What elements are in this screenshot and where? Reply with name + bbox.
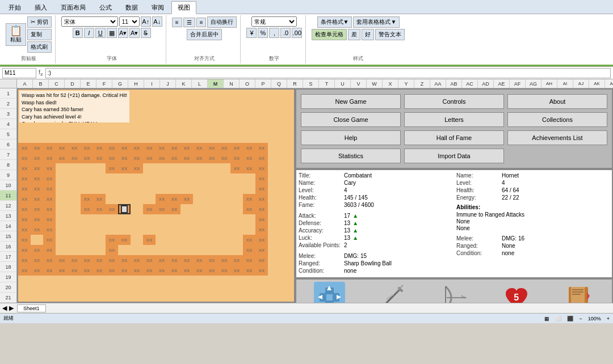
row-5[interactable]: 5 xyxy=(0,129,16,139)
increase-decimal-button[interactable]: .0 xyxy=(280,28,291,38)
statistics-button[interactable]: Statistics xyxy=(301,149,401,163)
col-K[interactable]: K xyxy=(176,79,192,88)
row-14[interactable]: 14 xyxy=(0,221,16,231)
attack-up-icon[interactable]: ▲ xyxy=(352,213,358,219)
col-I[interactable]: I xyxy=(144,79,160,88)
import-data-button[interactable]: Import Data xyxy=(404,149,504,163)
row-3[interactable]: 3 xyxy=(0,109,16,119)
row-11[interactable]: 11 xyxy=(0,191,16,201)
col-T[interactable]: T xyxy=(319,79,335,88)
new-game-button[interactable]: New Game xyxy=(301,94,401,109)
tab-view[interactable]: 视图 xyxy=(171,1,196,14)
move-button[interactable] xyxy=(314,282,345,303)
col-P[interactable]: P xyxy=(255,79,271,88)
col-AL[interactable]: AL xyxy=(605,79,613,88)
view-layout[interactable]: ⬜ xyxy=(555,316,561,321)
col-AI[interactable]: AI xyxy=(557,79,573,88)
col-D[interactable]: D xyxy=(65,79,81,88)
check-cell-button[interactable]: 检查单元格 xyxy=(312,29,347,40)
row-1[interactable]: 1 xyxy=(0,88,16,99)
sword-button[interactable] xyxy=(376,282,408,303)
wrap-text-button[interactable]: 自动换行 xyxy=(207,16,237,28)
row-17[interactable]: 17 xyxy=(0,252,16,262)
about-button[interactable]: About xyxy=(507,94,607,109)
col-AC[interactable]: AC xyxy=(462,79,478,88)
col-AB[interactable]: AB xyxy=(446,79,462,88)
row-19[interactable]: 19 xyxy=(0,272,16,282)
health-item[interactable]: 5 xyxy=(501,282,532,303)
collections-button[interactable]: Collections xyxy=(507,112,607,127)
row-13[interactable]: 13 xyxy=(0,211,16,221)
tab-review[interactable]: 审阅 xyxy=(145,1,170,14)
row-12[interactable]: 12 xyxy=(0,201,16,211)
defense-up-icon[interactable]: ▲ xyxy=(352,220,358,226)
underline-button[interactable]: U xyxy=(95,28,106,38)
copy-button[interactable]: 复制 xyxy=(27,29,52,40)
bold-button[interactable]: B xyxy=(73,28,83,38)
comma-button[interactable]: , xyxy=(269,28,279,38)
col-Z[interactable]: Z xyxy=(414,79,430,88)
col-AJ[interactable]: AJ xyxy=(573,79,589,88)
luck-up-icon[interactable]: ▲ xyxy=(352,235,358,241)
sheet-tab-1[interactable]: Sheet1 xyxy=(17,304,46,312)
table-format-button[interactable]: 套用表格格式▼ xyxy=(353,16,400,28)
align-left-button[interactable]: ≡ xyxy=(172,18,182,27)
col-R[interactable]: R xyxy=(287,79,303,88)
col-AH[interactable]: AH xyxy=(541,79,557,88)
zoom-in[interactable]: + xyxy=(607,316,610,321)
zoom-out[interactable]: − xyxy=(579,316,582,321)
good-style-button[interactable]: 好 xyxy=(362,29,374,40)
bow-button[interactable] xyxy=(438,282,469,303)
controls-button[interactable]: Controls xyxy=(404,94,504,109)
row-6[interactable]: 6 xyxy=(0,139,16,150)
formula-input[interactable] xyxy=(45,68,611,78)
col-AK[interactable]: AK xyxy=(589,79,605,88)
col-AG[interactable]: AG xyxy=(526,79,541,88)
col-F[interactable]: F xyxy=(96,79,112,88)
col-E[interactable]: E xyxy=(81,79,96,88)
view-normal[interactable]: ▦ xyxy=(544,316,549,321)
col-X[interactable]: X xyxy=(383,79,398,88)
decrease-font-button[interactable]: A↓ xyxy=(152,16,162,27)
col-H[interactable]: H xyxy=(128,79,144,88)
increase-font-button[interactable]: A↑ xyxy=(141,16,151,27)
row-10[interactable]: 10 xyxy=(0,180,16,191)
tab-start[interactable]: 开始 xyxy=(2,1,27,14)
tab-formula[interactable]: 公式 xyxy=(93,1,118,14)
col-AE[interactable]: AE xyxy=(494,79,510,88)
diff-style-button[interactable]: 差 xyxy=(348,29,360,40)
hall-of-fame-button[interactable]: Hall of Fame xyxy=(404,130,504,145)
tab-layout[interactable]: 页面布局 xyxy=(54,1,92,14)
row-4[interactable]: 4 xyxy=(0,119,16,129)
format-painter-button[interactable]: 格式刷 xyxy=(27,41,52,53)
col-S[interactable]: S xyxy=(303,79,319,88)
help-button[interactable]: Help xyxy=(301,130,401,145)
accuracy-up-icon[interactable]: ▲ xyxy=(352,227,358,234)
row-7[interactable]: 7 xyxy=(0,150,16,160)
col-C[interactable]: C xyxy=(49,79,65,88)
row-15[interactable]: 15 xyxy=(0,231,16,242)
tab-insert[interactable]: 插入 xyxy=(28,1,53,14)
letters-button[interactable]: Letters xyxy=(404,112,504,127)
row-20[interactable]: 20 xyxy=(0,282,16,293)
col-Y[interactable]: Y xyxy=(398,79,414,88)
border-button[interactable]: ▦ xyxy=(107,28,117,38)
font-color-button[interactable]: A▾ xyxy=(129,28,140,38)
font-select[interactable]: 宋体 xyxy=(61,16,118,27)
col-AA[interactable]: AA xyxy=(430,79,446,88)
nav-prev-button[interactable]: ◀ xyxy=(2,304,7,312)
italic-button[interactable]: I xyxy=(84,28,94,38)
row-9[interactable]: 9 xyxy=(0,170,16,180)
row-8[interactable]: 8 xyxy=(0,160,16,170)
row-18[interactable]: 18 xyxy=(0,262,16,272)
number-format-select[interactable]: 常规 xyxy=(251,16,297,27)
nav-next-button[interactable]: ▶ xyxy=(9,304,14,312)
align-right-button[interactable]: ≡ xyxy=(196,18,207,27)
fill-color-button[interactable]: A▾ xyxy=(118,28,128,38)
col-U[interactable]: U xyxy=(335,79,351,88)
strikethrough-button[interactable]: S̶ xyxy=(141,28,151,38)
col-AF[interactable]: AF xyxy=(510,79,526,88)
col-J[interactable]: J xyxy=(160,79,176,88)
col-V[interactable]: V xyxy=(351,79,367,88)
col-A[interactable]: A xyxy=(17,79,33,88)
